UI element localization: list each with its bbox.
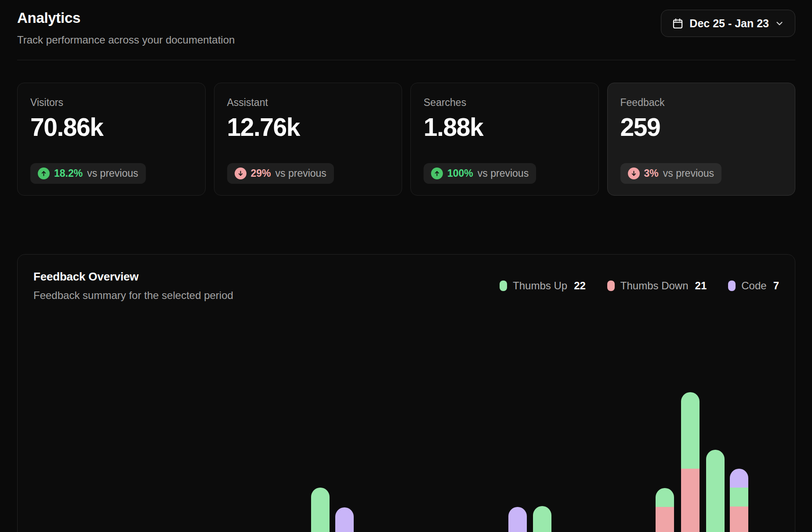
stat-card-assistant[interactable]: Assistant 12.76k 29% vs previous bbox=[214, 83, 402, 196]
trend-delta: 29% bbox=[251, 168, 271, 179]
chart-bar[interactable] bbox=[656, 488, 674, 532]
stat-value: 1.88k bbox=[424, 113, 586, 142]
bar-segment-down bbox=[681, 469, 700, 532]
trend-delta: 100% bbox=[447, 168, 473, 179]
analytics-page: Analytics Track performance across your … bbox=[0, 0, 812, 532]
chart-bar[interactable] bbox=[508, 507, 527, 532]
trend-arrow-icon bbox=[431, 168, 443, 179]
chart-bar[interactable] bbox=[533, 506, 551, 532]
bar-segment-up bbox=[706, 450, 725, 532]
stat-label: Assistant bbox=[227, 97, 389, 109]
chart-bar[interactable] bbox=[730, 469, 748, 532]
chart-bar[interactable] bbox=[335, 507, 354, 532]
page-subtitle: Track performance across your documentat… bbox=[17, 34, 235, 46]
stat-label: Visitors bbox=[30, 97, 192, 109]
stat-card-visitors[interactable]: Visitors 70.86k 18.2% vs previous bbox=[17, 83, 206, 196]
date-range-button[interactable]: Dec 25 - Jan 23 bbox=[661, 10, 795, 37]
date-range-label: Dec 25 - Jan 23 bbox=[689, 17, 769, 30]
chart-bar[interactable] bbox=[681, 392, 700, 532]
trend-delta: 18.2% bbox=[54, 168, 83, 179]
trend-arrow-icon bbox=[38, 168, 50, 179]
legend-value: 21 bbox=[695, 280, 707, 292]
chart-bar[interactable] bbox=[311, 488, 330, 532]
calendar-icon bbox=[672, 18, 684, 29]
bar-segment-code bbox=[730, 469, 748, 488]
trend-suffix: vs previous bbox=[276, 168, 326, 179]
legend-item-thumbs-up[interactable]: Thumbs Up 22 bbox=[500, 280, 586, 292]
legend-item-code[interactable]: Code 7 bbox=[728, 280, 779, 292]
legend-value: 7 bbox=[773, 280, 779, 292]
legend-value: 22 bbox=[574, 280, 586, 292]
legend-label: Code bbox=[741, 280, 766, 292]
stat-value: 12.76k bbox=[227, 113, 389, 142]
page-title: Analytics bbox=[17, 10, 235, 26]
trend-suffix: vs previous bbox=[87, 168, 138, 179]
stat-value: 70.86k bbox=[30, 113, 192, 142]
trend-badge: 18.2% vs previous bbox=[30, 163, 146, 184]
bar-segment-code bbox=[335, 507, 354, 532]
chart-title: Feedback Overview bbox=[33, 270, 233, 284]
stat-label: Feedback bbox=[620, 97, 783, 109]
trend-badge: 100% vs previous bbox=[424, 163, 536, 184]
trend-arrow-icon bbox=[628, 168, 640, 179]
thumbs-down-swatch-icon bbox=[607, 281, 615, 291]
trend-suffix: vs previous bbox=[478, 168, 529, 179]
legend-label: Thumbs Down bbox=[620, 280, 689, 292]
trend-badge: 29% vs previous bbox=[227, 163, 334, 184]
page-header-text: Analytics Track performance across your … bbox=[17, 10, 235, 46]
bar-segment-up bbox=[311, 488, 330, 532]
header-divider bbox=[17, 60, 795, 60]
chart-bar[interactable] bbox=[706, 450, 725, 532]
trend-delta: 3% bbox=[644, 168, 659, 179]
legend-label: Thumbs Up bbox=[513, 280, 567, 292]
bar-segment-up bbox=[730, 488, 748, 506]
stat-card-feedback[interactable]: Feedback 259 3% vs previous bbox=[607, 83, 796, 196]
trend-arrow-icon bbox=[235, 168, 246, 179]
thumbs-up-swatch-icon bbox=[500, 281, 507, 291]
stat-card-searches[interactable]: Searches 1.88k 100% vs previous bbox=[410, 83, 599, 196]
bar-segment-up bbox=[656, 488, 674, 507]
bar-segment-up bbox=[681, 392, 700, 469]
stat-value: 259 bbox=[620, 113, 783, 142]
bar-segment-down bbox=[730, 506, 748, 532]
chart-subtitle: Feedback summary for the selected period bbox=[33, 289, 233, 302]
legend-item-thumbs-down[interactable]: Thumbs Down 21 bbox=[607, 280, 707, 292]
chart-header: Feedback Overview Feedback summary for t… bbox=[33, 270, 779, 302]
bar-segment-up bbox=[533, 506, 551, 532]
bar-segment-down bbox=[656, 507, 674, 532]
trend-badge: 3% vs previous bbox=[620, 163, 722, 184]
trend-suffix: vs previous bbox=[663, 168, 714, 179]
feedback-overview-card: Feedback Overview Feedback summary for t… bbox=[17, 254, 795, 532]
stats-row: Visitors 70.86k 18.2% vs previous Assist… bbox=[17, 83, 795, 196]
bar-segment-code bbox=[508, 507, 527, 532]
stat-label: Searches bbox=[424, 97, 586, 109]
page-header: Analytics Track performance across your … bbox=[17, 10, 795, 46]
code-swatch-icon bbox=[728, 281, 736, 291]
chevron-down-icon bbox=[775, 18, 784, 28]
chart-legend: Thumbs Up 22 Thumbs Down 21 Code 7 bbox=[500, 280, 779, 292]
chart-header-text: Feedback Overview Feedback summary for t… bbox=[33, 270, 233, 302]
